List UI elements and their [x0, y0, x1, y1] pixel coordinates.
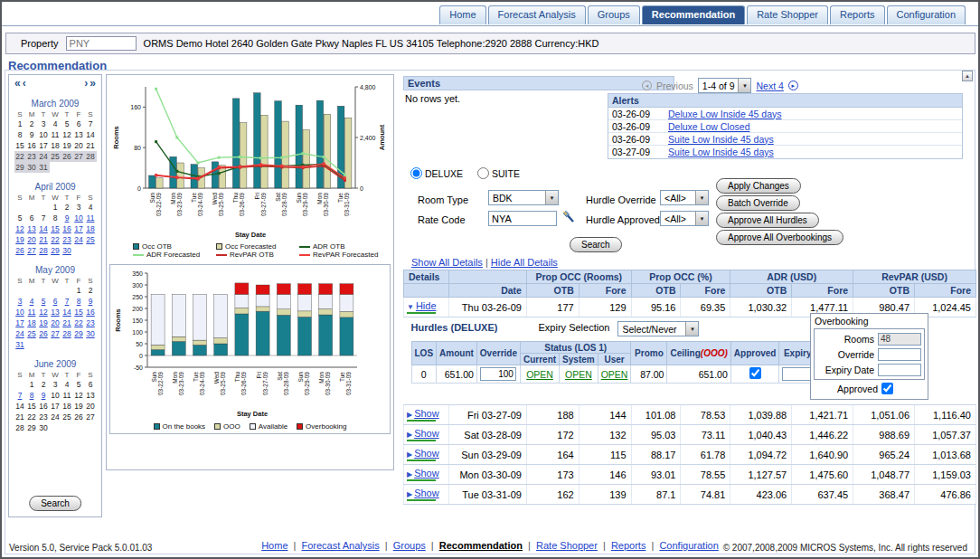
- calendar-day[interactable]: 13: [85, 390, 97, 401]
- override-input[interactable]: [480, 367, 516, 381]
- calendar-day[interactable]: 22: [50, 234, 61, 245]
- row-toggle-link[interactable]: Show: [414, 488, 439, 498]
- calendar-day[interactable]: 16: [38, 401, 50, 412]
- calendar-day[interactable]: 31: [14, 339, 26, 350]
- scroll-up-button[interactable]: ▲: [962, 71, 973, 81]
- calendar-day[interactable]: 6: [50, 296, 61, 307]
- calendar-day[interactable]: 8: [73, 296, 85, 307]
- calendar-day[interactable]: 23: [38, 412, 50, 422]
- calendar-day[interactable]: 26: [38, 328, 50, 339]
- calendar-day[interactable]: 17: [14, 317, 26, 328]
- calendar-day[interactable]: 19: [73, 401, 85, 412]
- alert-link[interactable]: Deluxe Low Inside 45 days: [668, 109, 782, 119]
- tab-reports[interactable]: Reports: [830, 5, 885, 24]
- approve-all-hurdles-button[interactable]: Approve All Hurdles: [716, 213, 819, 228]
- suite-radio[interactable]: SUITE: [477, 167, 520, 179]
- calendar-day[interactable]: 9: [26, 129, 38, 140]
- batch-override-button[interactable]: Batch Override: [716, 195, 800, 211]
- page-range-select[interactable]: 1-4 of 9 ▼: [698, 78, 752, 93]
- footer-link-reports[interactable]: Reports: [611, 540, 646, 551]
- property-code-input[interactable]: [66, 36, 137, 51]
- calendar-day[interactable]: 11: [85, 213, 97, 223]
- calendar-day[interactable]: 20: [73, 140, 85, 151]
- calendar-prev-icon[interactable]: ‹: [23, 77, 26, 90]
- calendar-day[interactable]: 7: [14, 390, 26, 401]
- calendar-day[interactable]: 5: [73, 379, 85, 390]
- approve-all-overbookings-button[interactable]: Approve All Overbookings: [716, 230, 843, 245]
- hurdle-approved-select[interactable]: <All> ▼: [660, 211, 709, 226]
- calendar-day[interactable]: 27: [26, 245, 38, 256]
- calendar-day[interactable]: 21: [85, 140, 97, 151]
- footer-link-forecast-analysis[interactable]: Forecast Analysis: [301, 540, 379, 551]
- rate-code-input[interactable]: [488, 211, 557, 226]
- calendar-day[interactable]: 21: [61, 317, 73, 328]
- footer-link-rate-shopper[interactable]: Rate Shopper: [536, 540, 598, 551]
- calendar-day[interactable]: 20: [26, 234, 38, 245]
- calendar-day[interactable]: 26: [14, 245, 26, 256]
- calendar-day[interactable]: 2: [38, 379, 50, 390]
- tab-home[interactable]: Home: [439, 5, 485, 24]
- hurdle-approved-checkbox[interactable]: [749, 367, 761, 379]
- apply-changes-button[interactable]: Apply Changes: [716, 178, 801, 194]
- calendar-day[interactable]: 14: [61, 307, 73, 317]
- calendar-day[interactable]: 27: [73, 151, 85, 162]
- calendar-day[interactable]: 17: [73, 223, 85, 234]
- row-toggle-link[interactable]: Show: [414, 428, 439, 439]
- calendar-day[interactable]: 30: [61, 245, 73, 256]
- calendar-day[interactable]: 23: [26, 151, 38, 162]
- calendar-day[interactable]: 14: [38, 223, 50, 234]
- show-details-toggle[interactable]: ▶Show: [404, 445, 449, 465]
- calendar-day[interactable]: 8: [50, 213, 61, 223]
- calendar-day[interactable]: 2: [61, 202, 73, 213]
- calendar-next-icon[interactable]: ›: [84, 77, 88, 90]
- calendar-day[interactable]: 25: [50, 151, 61, 162]
- calendar-day[interactable]: 30: [85, 328, 97, 339]
- calendar-day[interactable]: 3: [14, 296, 26, 307]
- calendar-day[interactable]: 29: [50, 245, 61, 256]
- row-toggle-link[interactable]: Show: [414, 468, 439, 478]
- row-toggle-link[interactable]: Show: [414, 408, 439, 419]
- calendar-day[interactable]: 30: [38, 422, 50, 433]
- calendar-day[interactable]: 19: [14, 234, 26, 245]
- show-details-toggle[interactable]: ▶Show: [404, 465, 449, 485]
- calendar-day[interactable]: 15: [73, 307, 85, 317]
- calendar-day[interactable]: 4: [26, 296, 38, 307]
- calendar-day[interactable]: 9: [38, 390, 50, 401]
- expiry-selection-select[interactable]: Select/Never ▼: [617, 321, 699, 336]
- row-toggle-link[interactable]: Hide: [416, 300, 437, 311]
- calendar-day[interactable]: 19: [61, 140, 73, 151]
- calendar-day[interactable]: 24: [14, 328, 26, 339]
- calendar-day[interactable]: 1: [14, 118, 26, 129]
- calendar-search-button[interactable]: Search: [29, 496, 81, 511]
- calendar-day[interactable]: 5: [14, 213, 26, 223]
- calendar-day[interactable]: 7: [38, 213, 50, 223]
- calendar-day[interactable]: 3: [38, 118, 50, 129]
- calendar-day[interactable]: 18: [61, 401, 73, 412]
- suite-radio-input[interactable]: [477, 167, 489, 179]
- footer-link-groups[interactable]: Groups: [393, 540, 426, 551]
- calendar-day[interactable]: 5: [61, 118, 73, 129]
- calendar-day[interactable]: 25: [26, 328, 38, 339]
- calendar-first-icon[interactable]: «: [14, 77, 21, 90]
- tab-forecast-analysis[interactable]: Forecast Analysis: [488, 5, 586, 24]
- calendar-day[interactable]: 26: [61, 151, 73, 162]
- deluxe-radio[interactable]: DELUXE: [410, 167, 463, 179]
- calendar-day[interactable]: 1: [50, 202, 61, 213]
- tab-configuration[interactable]: Configuration: [887, 5, 966, 24]
- calendar-day[interactable]: 13: [50, 307, 61, 317]
- calendar-day[interactable]: 6: [85, 379, 97, 390]
- calendar-day[interactable]: 13: [26, 223, 38, 234]
- calendar-day[interactable]: 10: [50, 390, 61, 401]
- deluxe-radio-input[interactable]: [410, 167, 422, 179]
- calendar-day[interactable]: 26: [73, 412, 85, 422]
- calendar-day[interactable]: 27: [85, 412, 97, 422]
- calendar-day[interactable]: 6: [73, 118, 85, 129]
- overbooking-override-input[interactable]: [878, 348, 921, 361]
- hide-details-toggle[interactable]: ▼Hide: [404, 298, 449, 317]
- calendar-day[interactable]: 2: [26, 118, 38, 129]
- calendar-day[interactable]: 23: [61, 234, 73, 245]
- calendar-day[interactable]: 12: [14, 223, 26, 234]
- calendar-day[interactable]: 20: [85, 401, 97, 412]
- calendar-day[interactable]: 17: [38, 140, 50, 151]
- calendar-day[interactable]: 4: [61, 379, 73, 390]
